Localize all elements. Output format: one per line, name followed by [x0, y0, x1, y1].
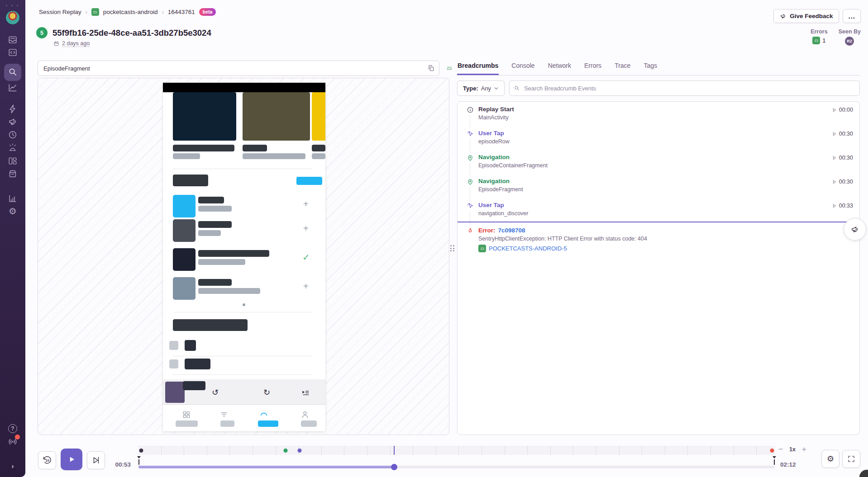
skeleton-text — [243, 153, 305, 159]
replay-viewer[interactable]: + + ✓ + ↺ ↻ — [38, 78, 449, 435]
breadcrumb-session-replay[interactable]: Session Replay — [39, 9, 81, 15]
rewind-10-button[interactable] — [38, 451, 56, 469]
more-options-button[interactable]: ... — [843, 9, 861, 23]
skeleton-nav-label — [301, 420, 317, 427]
event-timestamp[interactable]: 00:30 — [832, 179, 853, 185]
calendar-icon — [53, 41, 59, 47]
give-feedback-button[interactable]: Give Feedback — [773, 9, 839, 23]
project-issue-link[interactable]: POCKETCASTS-ANDROID-5 — [489, 245, 567, 252]
replay-event-marker[interactable] — [283, 449, 287, 453]
sidebar-alerts-icon[interactable] — [8, 142, 18, 152]
skeleton-button — [296, 177, 322, 185]
tab-network[interactable]: Network — [548, 59, 572, 75]
sidebar-projects-icon[interactable] — [8, 156, 18, 166]
tab-errors[interactable]: Errors — [584, 59, 602, 75]
timeline-marker-track[interactable] — [138, 446, 775, 455]
skeleton-text — [183, 381, 205, 390]
play-button[interactable] — [61, 449, 82, 470]
skeleton-chip — [185, 359, 210, 369]
timeline-range-start-handle[interactable] — [138, 459, 139, 465]
fire-icon — [467, 227, 474, 235]
floating-feedback-button[interactable] — [844, 218, 866, 241]
tap-event-marker[interactable] — [297, 449, 301, 453]
sidebar-explore-icon[interactable] — [8, 47, 18, 57]
breadcrumb-replay-id[interactable]: 16443761 — [168, 9, 195, 15]
event-title[interactable]: Navigation — [478, 154, 832, 161]
event-row-user-tap[interactable]: User Tap navigation_discover 00:33 — [458, 198, 859, 222]
event-timestamp[interactable]: 00:33 — [832, 203, 853, 209]
timeline-zoom-out-button[interactable]: − — [778, 445, 783, 454]
sidebar-search-icon[interactable] — [8, 67, 18, 77]
breadcrumb-search-input[interactable] — [509, 80, 860, 96]
skip-back-icon: ↺ — [212, 388, 219, 397]
play-icon — [832, 156, 837, 161]
app-sidebar: ⚙ ? › — [0, 0, 25, 477]
panel-resize-handle[interactable] — [450, 245, 455, 253]
timeline-zoom-in-button[interactable]: + — [802, 445, 806, 454]
error-event-marker[interactable] — [770, 449, 774, 453]
plus-icon: + — [303, 224, 309, 233]
event-title[interactable]: Navigation — [478, 178, 832, 184]
timeline-range-end-handle[interactable] — [774, 459, 775, 465]
session-start-marker[interactable] — [139, 449, 143, 453]
event-row-replay-start[interactable]: Replay Start MainActivity 00:00 — [458, 102, 859, 126]
tab-breadcrumbs[interactable]: Breadcrumbs — [457, 59, 499, 75]
sidebar-replays-icon[interactable] — [8, 130, 18, 140]
skip-to-end-button[interactable] — [87, 451, 105, 469]
event-row-navigation[interactable]: Navigation EpisodeContainerFragment 00:3… — [458, 150, 859, 174]
sidebar-feedback-icon[interactable] — [8, 117, 18, 127]
sidebar-help-icon[interactable]: ? — [8, 424, 18, 434]
seen-by-avatar[interactable]: RZ — [845, 37, 854, 46]
tab-console[interactable]: Console — [511, 59, 535, 75]
sidebar-expand-icon[interactable]: › — [8, 461, 18, 471]
event-timestamp[interactable]: 00:00 — [832, 107, 853, 113]
event-title[interactable]: User Tap — [478, 202, 832, 208]
skeleton-text — [198, 206, 232, 212]
window-controls[interactable] — [6, 5, 18, 6]
seen-by-label: Seen By — [839, 28, 861, 35]
tab-tags[interactable]: Tags — [643, 59, 658, 75]
play-icon — [832, 108, 837, 113]
timeline-playhead[interactable] — [391, 464, 397, 470]
breadcrumb-separator-icon: › — [162, 9, 164, 15]
podcasts-tab-icon — [182, 410, 191, 419]
type-filter-button[interactable]: Type: Any — [457, 80, 505, 96]
event-title[interactable]: Replay Start — [478, 106, 832, 113]
timeline-scrubber[interactable] — [138, 466, 775, 468]
search-icon — [514, 85, 520, 91]
fullscreen-button[interactable] — [842, 450, 860, 468]
error-id-link[interactable]: 7c098708 — [498, 227, 525, 234]
skeleton-status-bar — [163, 83, 325, 92]
replay-timeline[interactable] — [138, 435, 775, 477]
event-timestamp[interactable]: 00:30 — [832, 131, 853, 137]
tab-trace[interactable]: Trace — [614, 59, 631, 75]
event-timestamp[interactable]: 00:30 — [832, 155, 853, 161]
skeleton-card — [243, 92, 310, 141]
event-row-error[interactable]: Error: 7c098708 SentryHttpClientExceptio… — [458, 222, 859, 252]
sidebar-settings-icon[interactable]: ⚙ — [8, 206, 18, 216]
copy-icon[interactable] — [427, 64, 435, 72]
notification-dot — [15, 434, 20, 439]
event-title[interactable]: User Tap — [478, 130, 832, 137]
event-row-navigation[interactable]: Navigation EpisodeFragment 00:30 — [458, 174, 859, 198]
css-selector-input[interactable] — [38, 61, 439, 76]
skeleton-thumbnail — [173, 248, 196, 271]
errors-count[interactable]: 1 — [822, 37, 825, 44]
sidebar-issues-icon[interactable] — [8, 35, 18, 45]
event-row-user-tap[interactable]: User Tap episodeRow 00:30 — [458, 126, 859, 150]
replay-panel: + + ✓ + ↺ ↻ — [38, 61, 449, 76]
megaphone-icon — [850, 225, 859, 234]
total-duration: 02:12 — [780, 461, 796, 468]
sidebar-dashboards-icon[interactable] — [8, 83, 18, 93]
sidebar-stats-icon[interactable] — [8, 194, 18, 203]
sidebar-insights-icon[interactable] — [8, 104, 18, 114]
player-settings-button[interactable]: ⚙ — [821, 450, 839, 468]
skeleton-checkbox — [169, 341, 178, 350]
breadcrumb-project[interactable]: pocketcasts-android — [103, 9, 158, 15]
replay-time-ago[interactable]: 2 days ago — [62, 40, 90, 47]
playback-speed[interactable]: 1x — [789, 446, 796, 453]
org-avatar[interactable] — [6, 11, 19, 24]
sidebar-releases-icon[interactable] — [8, 169, 18, 179]
skeleton-nav-label — [176, 420, 198, 427]
skeleton-text — [198, 250, 269, 257]
